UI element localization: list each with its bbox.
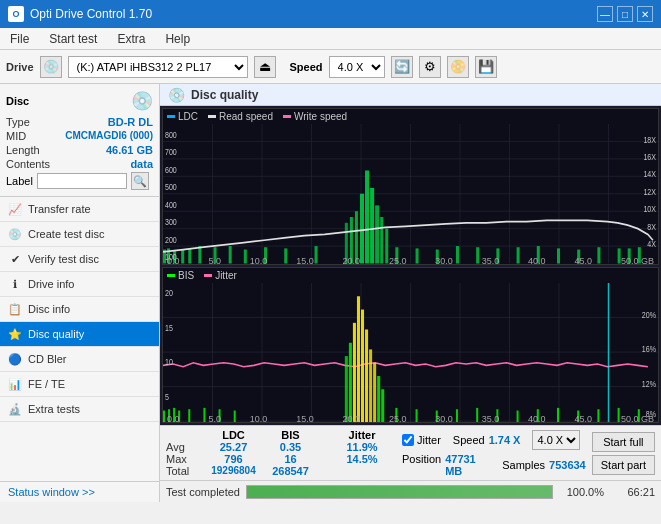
disc-button[interactable]: 📀 xyxy=(447,56,469,78)
progress-area: Test completed 100.0% 66:21 xyxy=(160,480,661,502)
top-chart-area: 18X 16X 14X 12X 10X 8X 4X 800 700 600 50… xyxy=(163,124,658,264)
sidebar-item-drive-info[interactable]: ℹ Drive info xyxy=(0,272,159,297)
stats-empty4 xyxy=(320,453,330,465)
stats-jitter-header: Jitter xyxy=(332,429,392,441)
disc-contents-label: Contents xyxy=(6,158,50,170)
sidebar-nav: 📈 Transfer rate 💿 Create test disc ✔ Ver… xyxy=(0,197,159,422)
app-logo: O xyxy=(8,6,24,22)
menu-file[interactable]: File xyxy=(6,31,33,47)
total-label: Total xyxy=(166,465,204,477)
svg-rect-92 xyxy=(365,329,368,422)
stats-empty xyxy=(166,429,204,441)
legend-read-speed-label: Read speed xyxy=(219,111,273,122)
position-label: Position xyxy=(402,453,441,477)
disc-quality-header-icon: 💿 xyxy=(168,87,185,103)
samples-value: 753634 xyxy=(549,459,586,471)
sidebar-item-disc-quality[interactable]: ⭐ Disc quality xyxy=(0,322,159,347)
disc-mid-label: MID xyxy=(6,130,26,142)
bottom-chart-legend: BIS Jitter xyxy=(163,268,658,283)
legend-ldc: LDC xyxy=(167,111,198,122)
svg-rect-29 xyxy=(360,194,364,264)
bis-legend-color xyxy=(167,274,175,277)
refresh-button[interactable]: 🔄 xyxy=(391,56,413,78)
sidebar-item-label-create-test-disc: Create test disc xyxy=(28,228,104,240)
sidebar-item-verify-test-disc[interactable]: ✔ Verify test disc xyxy=(0,247,159,272)
disc-label-input[interactable] xyxy=(37,173,127,189)
close-button[interactable]: ✕ xyxy=(637,6,653,22)
sidebar-item-cd-bler[interactable]: 🔵 CD Bler xyxy=(0,347,159,372)
disc-mid-value: CMCMAGDI6 (000) xyxy=(65,130,153,142)
disc-label-row: Label 🔍 xyxy=(6,172,153,190)
sidebar-item-disc-info[interactable]: 📋 Disc info xyxy=(0,297,159,322)
svg-text:20: 20 xyxy=(165,288,173,298)
svg-text:200: 200 xyxy=(165,235,177,245)
avg-bis: 0.35 xyxy=(263,441,318,453)
position-value: 47731 MB xyxy=(445,453,490,477)
sidebar-item-extra-tests[interactable]: 🔬 Extra tests xyxy=(0,397,159,422)
speed-select-stat[interactable]: 4.0 X xyxy=(532,430,580,450)
stats-empty2 xyxy=(320,429,330,441)
position-row: Position 47731 MB xyxy=(402,453,490,477)
max-jitter: 14.5% xyxy=(332,453,392,465)
speed-label-stat: Speed xyxy=(453,434,485,446)
settings-button[interactable]: ⚙ xyxy=(419,56,441,78)
start-buttons: Start full Start part xyxy=(592,432,655,475)
svg-rect-98 xyxy=(349,342,352,422)
status-window-button[interactable]: Status window >> xyxy=(0,481,159,502)
drive-select[interactable]: (K:) ATAPI iHBS312 2 PL17 xyxy=(68,56,248,78)
sidebar-item-label-disc-info: Disc info xyxy=(28,303,70,315)
disc-quality-icon: ⭐ xyxy=(8,327,22,341)
create-test-disc-icon: 💿 xyxy=(8,227,22,241)
progress-bar xyxy=(246,485,553,499)
sidebar-item-create-test-disc[interactable]: 💿 Create test disc xyxy=(0,222,159,247)
start-full-button[interactable]: Start full xyxy=(592,432,655,452)
toolbar: Drive 💿 (K:) ATAPI iHBS312 2 PL17 ⏏ Spee… xyxy=(0,50,661,84)
jitter-checkbox[interactable] xyxy=(402,434,414,446)
sidebar-item-fe-te[interactable]: 📊 FE / TE xyxy=(0,372,159,397)
svg-text:14X: 14X xyxy=(643,170,656,180)
disc-mid-row: MID CMCMAGDI6 (000) xyxy=(6,130,153,142)
legend-ldc-label: LDC xyxy=(178,111,198,122)
legend-read-speed: Read speed xyxy=(208,111,273,122)
menu-start-test[interactable]: Start test xyxy=(45,31,101,47)
disc-quality-header: 💿 Disc quality xyxy=(160,84,661,106)
progress-bar-fill xyxy=(247,486,552,498)
titlebar-left: O Opti Drive Control 1.70 xyxy=(8,6,152,22)
disc-header: Disc 💿 xyxy=(6,90,153,112)
cd-bler-icon: 🔵 xyxy=(8,352,22,366)
samples-row: Samples 753634 xyxy=(502,459,586,471)
disc-length-value: 46.61 GB xyxy=(106,144,153,156)
svg-rect-93 xyxy=(369,349,372,422)
menu-extra[interactable]: Extra xyxy=(113,31,149,47)
bottom-chart: BIS Jitter xyxy=(162,267,659,424)
menu-help[interactable]: Help xyxy=(161,31,194,47)
start-part-button[interactable]: Start part xyxy=(592,455,655,475)
avg-ldc: 25.27 xyxy=(206,441,261,453)
disc-label-button[interactable]: 🔍 xyxy=(131,172,149,190)
eject-button[interactable]: ⏏ xyxy=(254,56,276,78)
save-button[interactable]: 💾 xyxy=(475,56,497,78)
sidebar-item-transfer-rate[interactable]: 📈 Transfer rate xyxy=(0,197,159,222)
svg-text:800: 800 xyxy=(165,130,177,140)
svg-rect-31 xyxy=(370,188,374,264)
stats-ldc-header: LDC xyxy=(206,429,261,441)
sidebar-item-label-cd-bler: CD Bler xyxy=(28,353,67,365)
status-window-label: Status window >> xyxy=(8,486,95,498)
top-chart-x-axis: 0.05.010.015.020.025.030.035.040.045.050… xyxy=(163,256,658,266)
speed-select[interactable]: 4.0 X 8.0 X 2.0 X xyxy=(329,56,385,78)
disc-length-label: Length xyxy=(6,144,40,156)
verify-test-disc-icon: ✔ xyxy=(8,252,22,266)
maximize-button[interactable]: □ xyxy=(617,6,633,22)
progress-percent: 100.0% xyxy=(559,486,604,498)
minimize-button[interactable]: — xyxy=(597,6,613,22)
sidebar: Disc 💿 Type BD-R DL MID CMCMAGDI6 (000) … xyxy=(0,84,160,502)
svg-text:4X: 4X xyxy=(647,240,656,250)
progress-time: 66:21 xyxy=(610,486,655,498)
speed-label: Speed xyxy=(290,61,323,73)
svg-rect-89 xyxy=(353,322,356,422)
total-ldc: 19296804 xyxy=(206,465,261,477)
legend-bis: BIS xyxy=(167,270,194,281)
bottom-chart-area: 20% 16% 12% 8% 20 15 10 5 0.05.0 xyxy=(163,283,658,423)
titlebar-controls[interactable]: — □ ✕ xyxy=(597,6,653,22)
samples-label: Samples xyxy=(502,459,545,471)
